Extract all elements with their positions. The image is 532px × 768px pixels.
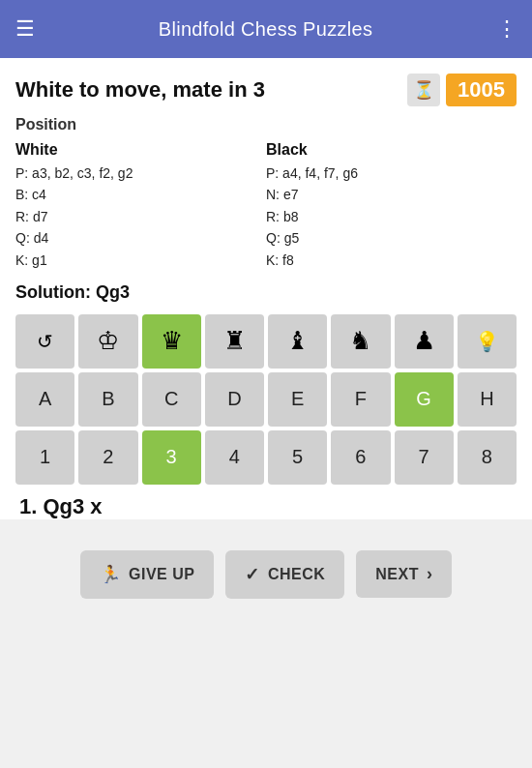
number-5[interactable]: 5: [268, 430, 327, 485]
position-columns: White P: a3, b2, c3, f2, g2 B: c4 R: d7 …: [15, 141, 517, 271]
pawn-button[interactable]: ♟: [395, 314, 454, 369]
number-8[interactable]: 8: [458, 430, 517, 485]
timer-icon: ⏳: [407, 74, 440, 106]
number-6[interactable]: 6: [331, 430, 390, 485]
check-icon: ✓: [245, 564, 260, 585]
check-button[interactable]: ✓ CHECK: [225, 550, 344, 599]
menu-icon[interactable]: ☰: [15, 16, 35, 42]
white-king: K: g1: [15, 250, 266, 271]
black-knight: N: e7: [266, 184, 517, 205]
letter-B[interactable]: B: [78, 372, 137, 427]
col-white: White P: a3, b2, c3, f2, g2 B: c4 R: d7 …: [15, 141, 266, 271]
app-title: Blindfold Chess Puzzles: [159, 18, 372, 41]
piece-grid: ↺ ♔ ♛ ♜ ♝ ♞ ♟ 💡: [15, 314, 517, 369]
white-header: White: [15, 141, 266, 159]
number-1[interactable]: 1: [15, 430, 74, 485]
move-display: 1. Qg3 x: [15, 494, 517, 519]
next-icon: ›: [427, 564, 433, 584]
bishop-button[interactable]: ♝: [268, 314, 327, 369]
puzzle-header: White to move, mate in 3 ⏳ 1005: [15, 74, 517, 106]
number-grid: 1 2 3 4 5 6 7 8: [15, 430, 517, 485]
number-7[interactable]: 7: [395, 430, 454, 485]
letter-D[interactable]: D: [205, 372, 264, 427]
score-badge: 1005: [446, 74, 517, 106]
white-rook: R: d7: [15, 206, 266, 227]
position-label: Position: [15, 116, 517, 133]
black-rook: R: b8: [266, 206, 517, 227]
hint-button[interactable]: 💡: [458, 314, 517, 369]
number-2[interactable]: 2: [78, 430, 137, 485]
check-label: CHECK: [268, 566, 325, 583]
letter-grid: A B C D E F G H: [15, 372, 517, 427]
topbar: ☰ Blindfold Chess Puzzles ⋮: [0, 0, 532, 58]
bottom-area: 🏃 GIVE UP ✓ CHECK NEXT ›: [0, 535, 532, 614]
king-button[interactable]: ♔: [78, 314, 137, 369]
black-pawns: P: a4, f4, f7, g6: [266, 162, 517, 184]
next-label: NEXT: [375, 566, 419, 583]
number-4[interactable]: 4: [205, 430, 264, 485]
solution-label: Solution: Qg3: [15, 282, 517, 303]
number-3[interactable]: 3: [142, 430, 201, 485]
black-king: K: f8: [266, 250, 517, 271]
letter-E[interactable]: E: [268, 372, 327, 427]
reset-button[interactable]: ↺: [15, 314, 74, 369]
more-icon[interactable]: ⋮: [496, 16, 517, 42]
queen-button[interactable]: ♛: [142, 314, 201, 369]
white-queen: Q: d4: [15, 227, 266, 249]
white-bishop: B: c4: [15, 184, 266, 205]
black-queen: Q: g5: [266, 227, 517, 249]
giveup-button[interactable]: 🏃 GIVE UP: [80, 550, 215, 599]
score-area: ⏳ 1005: [407, 74, 517, 106]
next-button[interactable]: NEXT ›: [356, 550, 452, 598]
letter-C[interactable]: C: [142, 372, 201, 427]
letter-A[interactable]: A: [15, 372, 74, 427]
col-black: Black P: a4, f4, f7, g6 N: e7 R: b8 Q: g…: [266, 141, 517, 271]
white-pawns: P: a3, b2, c3, f2, g2: [15, 162, 266, 184]
main-content: White to move, mate in 3 ⏳ 1005 Position…: [0, 58, 532, 519]
black-header: Black: [266, 141, 517, 159]
letter-H[interactable]: H: [458, 372, 517, 427]
puzzle-title: White to move, mate in 3: [15, 77, 265, 103]
knight-button[interactable]: ♞: [331, 314, 390, 369]
letter-G[interactable]: G: [395, 372, 454, 427]
rook-button[interactable]: ♜: [205, 314, 264, 369]
letter-F[interactable]: F: [331, 372, 390, 427]
giveup-icon: 🏃: [100, 564, 122, 585]
giveup-label: GIVE UP: [129, 566, 194, 583]
